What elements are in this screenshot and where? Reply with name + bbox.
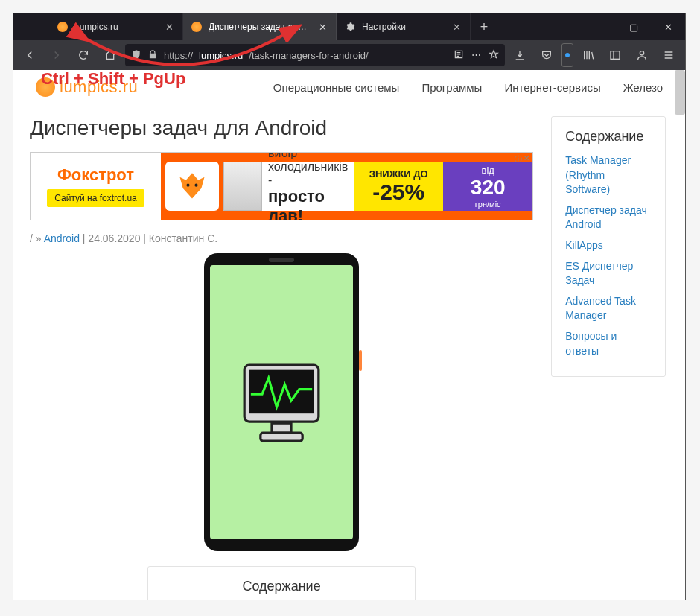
phone-speaker-icon: [269, 258, 294, 262]
pocket-icon[interactable]: [535, 43, 559, 67]
close-tab-icon[interactable]: ✕: [316, 21, 328, 33]
account-icon[interactable]: [630, 43, 654, 67]
close-tab-icon[interactable]: ✕: [451, 21, 462, 33]
maximize-button[interactable]: ▢: [617, 13, 651, 40]
new-tab-button[interactable]: +: [471, 13, 497, 40]
svg-rect-7: [261, 433, 302, 441]
sidebar: Содержание Task Manager (Rhythm Software…: [551, 116, 666, 600]
fridge-icon: [223, 162, 262, 211]
toc-link[interactable]: Task Manager (Rhythm Software): [565, 153, 652, 197]
svg-point-3: [194, 184, 197, 187]
breadcrumb-sep: / »: [30, 232, 44, 244]
nav-hardware[interactable]: Железо: [623, 81, 663, 94]
toc-card-bottom: Содержание Task Manager (Rhythm Software…: [147, 566, 416, 600]
toc-link[interactable]: Диспетчер задач Android: [565, 203, 652, 232]
article-title: Диспетчеры задач для Android: [30, 116, 533, 140]
svg-rect-6: [272, 423, 291, 433]
breadcrumb: / » Android | 24.06.2020 | Константин С.: [30, 232, 533, 244]
sidebar-icon[interactable]: [603, 43, 627, 67]
shield-icon: [131, 49, 141, 62]
tab-title: Диспетчеры задач для Анд: [209, 22, 311, 32]
svg-point-1: [640, 51, 643, 55]
orange-favicon-icon: [191, 21, 203, 33]
tab-settings[interactable]: Настройки ✕: [337, 13, 471, 40]
nav-bar: https://lumpics.ru/task-managers-for-and…: [13, 40, 685, 70]
svg-point-2: [186, 184, 189, 187]
site-logo-text: lumpics.ru: [60, 77, 138, 97]
toc-link[interactable]: Advanced Task Manager: [565, 294, 652, 323]
svg-rect-0: [611, 51, 620, 60]
article: Диспетчеры задач для Android Фокстрот Са…: [30, 116, 533, 600]
library-icon[interactable]: [576, 43, 600, 67]
lock-icon: [147, 49, 158, 62]
forward-button[interactable]: [45, 43, 69, 67]
ad-brand-button[interactable]: Сайтуй на foxtrot.ua: [47, 189, 144, 207]
url-protocol: https://: [164, 50, 193, 61]
phone-illustration: [204, 253, 359, 551]
ad-brand: Фокстрот: [57, 165, 134, 185]
tab-task-managers[interactable]: Диспетчеры задач для Анд ✕: [183, 13, 337, 40]
breadcrumb-meta: | 24.06.2020 | Константин С.: [80, 232, 217, 244]
fox-icon: [165, 162, 219, 211]
bookmark-star-icon[interactable]: [489, 49, 499, 62]
ad-price-from: від: [482, 165, 494, 176]
ad-discount-value: -25%: [372, 180, 424, 205]
toc-link[interactable]: Вопросы и ответы: [565, 329, 652, 358]
menu-icon[interactable]: [657, 43, 681, 67]
toc-card: Содержание Task Manager (Rhythm Software…: [551, 116, 666, 377]
window-controls: — ▢ ✕: [582, 13, 685, 40]
site-logo[interactable]: lumpics.ru: [36, 77, 138, 97]
url-path: /task-managers-for-android/: [249, 50, 368, 61]
page-viewport[interactable]: lumpics.ru Операционные системы Программ…: [13, 70, 685, 600]
monitor-icon: [233, 354, 330, 451]
orange-logo-icon: [36, 77, 55, 97]
phone-power-button-icon: [359, 350, 362, 371]
breadcrumb-link[interactable]: Android: [44, 232, 80, 244]
ad-discount-label: ЗНИЖКИ ДО: [369, 168, 428, 180]
site-nav: Операционные системы Программы Интернет-…: [273, 81, 663, 94]
reader-mode-icon[interactable]: [454, 49, 464, 62]
browser-window: Lumpics.ru ✕ Диспетчеры задач для Анд ✕ …: [13, 13, 686, 600]
ad-info-icon[interactable]: ⓘ: [515, 154, 522, 165]
close-tab-icon[interactable]: ✕: [163, 21, 175, 33]
ad-price-value: 320: [471, 176, 506, 200]
scrollbar-thumb[interactable]: [675, 70, 685, 115]
toc-title: Содержание: [565, 129, 652, 145]
minimize-button[interactable]: —: [582, 13, 617, 40]
reload-button[interactable]: [71, 43, 95, 67]
back-button[interactable]: [18, 43, 42, 67]
nav-programs[interactable]: Программы: [421, 81, 482, 94]
ad-banner[interactable]: Фокстрот Сайтуй на foxtrot.ua вибір холо…: [30, 152, 533, 220]
ad-close-icon[interactable]: ✕: [524, 154, 529, 165]
nav-internet[interactable]: Интернет-сервисы: [504, 81, 600, 94]
tabstrip-lead-space: [13, 13, 49, 40]
address-bar[interactable]: https://lumpics.ru/task-managers-for-and…: [125, 44, 505, 66]
ad-text-2: просто лав!: [268, 187, 348, 220]
toc-title: Содержание: [162, 579, 401, 594]
container-indicator-icon[interactable]: [561, 43, 573, 67]
nav-os[interactable]: Операционные системы: [273, 81, 400, 94]
downloads-icon[interactable]: [508, 43, 532, 67]
toc-link[interactable]: ES Диспетчер Задач: [565, 259, 652, 288]
site-header: lumpics.ru Операционные системы Программ…: [13, 70, 685, 101]
page-actions-icon[interactable]: ⋯: [471, 49, 481, 62]
close-window-button[interactable]: ✕: [651, 13, 685, 40]
ad-text-1: вибір холодильників -: [268, 152, 348, 187]
url-host: lumpics.ru: [199, 50, 243, 61]
tab-title: Lumpics.ru: [74, 22, 157, 32]
home-button[interactable]: [98, 43, 122, 67]
tab-strip: Lumpics.ru ✕ Диспетчеры задач для Анд ✕ …: [13, 13, 685, 40]
tab-title: Настройки: [362, 22, 445, 32]
tab-lumpics[interactable]: Lumpics.ru ✕: [49, 13, 183, 40]
toc-link[interactable]: KillApps: [565, 238, 652, 253]
orange-favicon-icon: [57, 21, 69, 33]
ad-price-unit: грн/міс: [475, 200, 501, 209]
gear-icon: [344, 21, 356, 33]
